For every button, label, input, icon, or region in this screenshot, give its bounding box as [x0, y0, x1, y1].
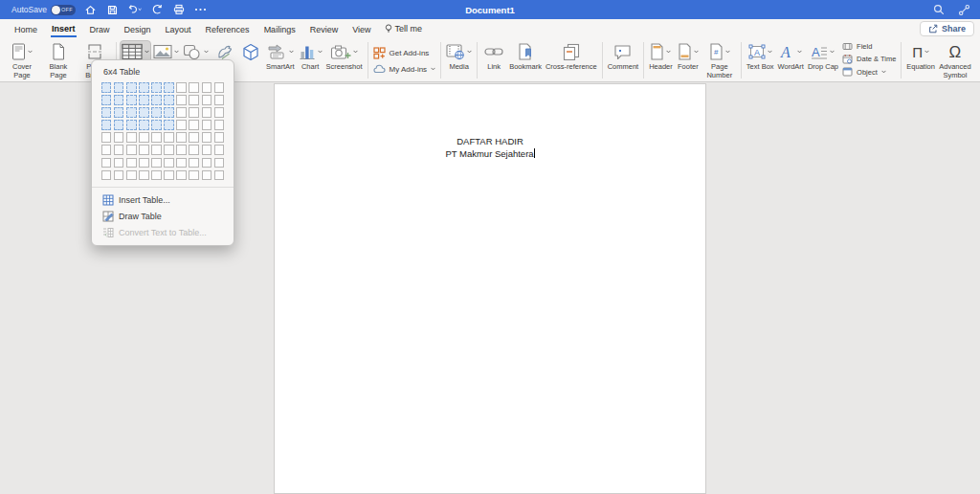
table-grid-cell[interactable]: [176, 120, 187, 130]
table-grid-cell[interactable]: [114, 95, 124, 105]
media-button[interactable]: Media: [444, 39, 474, 81]
table-grid-cell[interactable]: [126, 107, 137, 118]
table-grid-cell[interactable]: [214, 82, 225, 93]
3d-models-button[interactable]: [237, 39, 264, 64]
table-grid-cell[interactable]: [101, 145, 112, 155]
table-grid-cell[interactable]: [176, 158, 187, 168]
table-grid-cell[interactable]: [126, 95, 137, 105]
table-grid-cell[interactable]: [202, 95, 212, 105]
header-button[interactable]: Header: [647, 39, 675, 73]
tab-view[interactable]: View: [351, 22, 371, 36]
undo-icon[interactable]: [128, 3, 142, 16]
table-grid-cell[interactable]: [139, 82, 149, 93]
table-grid-cell[interactable]: [202, 132, 212, 143]
table-grid-cell[interactable]: [202, 158, 212, 168]
table-grid-cell[interactable]: [189, 145, 199, 155]
table-grid-cell[interactable]: [176, 107, 187, 118]
table-grid-cell[interactable]: [101, 107, 112, 118]
tab-layout[interactable]: Layout: [165, 22, 192, 36]
bookmark-button[interactable]: Bookmark: [507, 39, 544, 73]
comment-button[interactable]: Comment: [606, 39, 641, 81]
table-grid-cell[interactable]: [164, 107, 174, 118]
table-grid-cell[interactable]: [101, 82, 112, 93]
equation-button[interactable]: Π Equation: [904, 39, 937, 73]
table-grid-cell[interactable]: [126, 82, 137, 93]
search-icon[interactable]: [932, 3, 946, 16]
table-grid-cell[interactable]: [214, 107, 225, 118]
date-time-button[interactable]: Date & Time: [842, 54, 896, 64]
table-grid-cell[interactable]: [151, 132, 162, 143]
table-grid-cell[interactable]: [214, 145, 225, 155]
table-grid-cell[interactable]: [214, 95, 225, 105]
table-grid-cell[interactable]: [151, 158, 162, 168]
table-grid-cell[interactable]: [101, 132, 112, 143]
text-box-button[interactable]: A Text Box: [745, 39, 776, 73]
table-grid-cell[interactable]: [176, 95, 187, 105]
table-grid-cell[interactable]: [164, 120, 174, 130]
footer-button[interactable]: Footer: [675, 39, 702, 73]
table-grid-cell[interactable]: [114, 145, 124, 155]
table-grid-cell[interactable]: [176, 132, 187, 143]
table-grid-cell[interactable]: [126, 120, 137, 130]
object-button[interactable]: Object: [842, 67, 896, 77]
cross-reference-button[interactable]: Cross-reference: [544, 39, 599, 73]
cover-page-button[interactable]: Cover Page: [4, 39, 40, 82]
table-grid-cell[interactable]: [189, 132, 199, 143]
tab-review[interactable]: Review: [309, 22, 340, 36]
table-grid-cell[interactable]: [139, 95, 149, 105]
field-button[interactable]: Field: [842, 42, 896, 51]
table-grid-cell[interactable]: [126, 132, 137, 143]
more-commands-icon[interactable]: [194, 3, 208, 16]
smartart-button[interactable]: SmartArt: [264, 39, 297, 73]
autosave-toggle[interactable]: AutoSave OFF: [11, 5, 76, 15]
collaborate-icon[interactable]: [957, 3, 970, 16]
draw-table-menu-item[interactable]: Draw Table: [92, 208, 234, 224]
table-grid-cell[interactable]: [101, 158, 112, 168]
table-grid-cell[interactable]: [202, 82, 212, 93]
table-grid-cell[interactable]: [151, 145, 162, 155]
tab-design[interactable]: Design: [123, 22, 152, 36]
table-grid-cell[interactable]: [164, 132, 174, 143]
wordart-button[interactable]: A WordArt: [776, 39, 806, 73]
document-page[interactable]: DAFTAR HADIR PT Makmur Sejahtera: [274, 83, 706, 494]
table-grid-cell[interactable]: [214, 120, 225, 130]
table-grid-cell[interactable]: [151, 95, 162, 105]
table-grid-cell[interactable]: [189, 170, 199, 181]
tab-mailings[interactable]: Mailings: [263, 22, 297, 36]
drop-cap-button[interactable]: A Drop Cap: [806, 39, 840, 73]
table-grid-cell[interactable]: [139, 145, 149, 155]
print-icon[interactable]: [172, 3, 186, 16]
table-grid-cell[interactable]: [101, 95, 112, 105]
table-grid-cell[interactable]: [139, 107, 149, 118]
table-grid-cell[interactable]: [214, 158, 225, 168]
table-grid-cell[interactable]: [214, 170, 225, 181]
table-grid-cell[interactable]: [189, 107, 199, 118]
table-grid-cell[interactable]: [101, 170, 112, 181]
table-grid-cell[interactable]: [189, 120, 199, 130]
table-grid-cell[interactable]: [114, 170, 124, 181]
insert-table-menu-item[interactable]: Insert Table...: [92, 191, 234, 208]
table-grid-cell[interactable]: [189, 158, 199, 168]
table-grid-cell[interactable]: [151, 82, 162, 93]
screenshot-button[interactable]: Screenshot: [324, 39, 365, 73]
table-grid-cell[interactable]: [202, 170, 212, 181]
save-icon[interactable]: [106, 3, 120, 16]
table-grid-cell[interactable]: [189, 82, 199, 93]
tab-draw[interactable]: Draw: [89, 22, 111, 36]
table-grid-cell[interactable]: [164, 170, 174, 181]
page-number-button[interactable]: # Page Number: [702, 39, 738, 82]
chart-button[interactable]: Chart: [297, 39, 324, 73]
my-addins-button[interactable]: My Add-ins: [373, 64, 436, 74]
table-grid-cell[interactable]: [202, 107, 212, 118]
table-grid-cell[interactable]: [176, 82, 187, 93]
table-grid-cell[interactable]: [151, 120, 162, 130]
share-button[interactable]: Share: [920, 21, 974, 36]
table-grid-cell[interactable]: [202, 120, 212, 130]
table-grid-cell[interactable]: [164, 95, 174, 105]
table-grid-cell[interactable]: [101, 120, 112, 130]
table-grid-cell[interactable]: [114, 82, 124, 93]
table-grid-cell[interactable]: [151, 107, 162, 118]
table-grid-cell[interactable]: [126, 170, 137, 181]
table-grid-cell[interactable]: [176, 170, 187, 181]
table-grid-cell[interactable]: [164, 145, 174, 155]
